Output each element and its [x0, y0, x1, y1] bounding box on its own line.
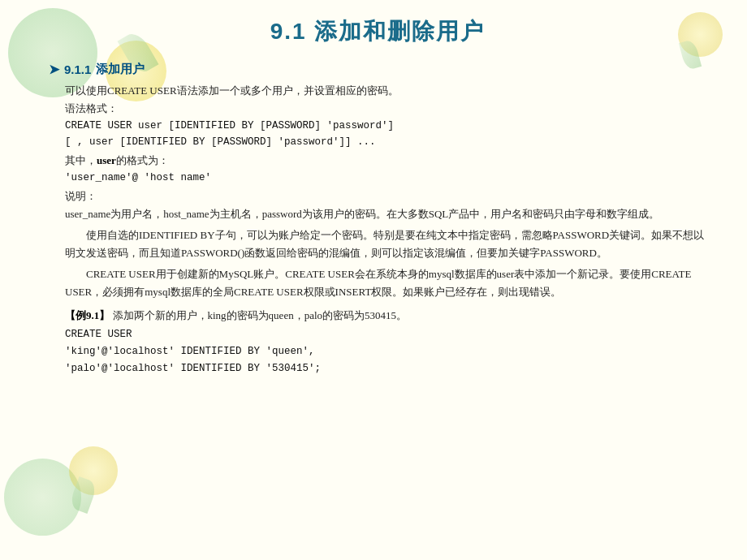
syntax-label: 语法格式： — [65, 101, 706, 116]
example-desc: 添加两个新的用户，king的密码为queen，palo的密码为530415。 — [113, 309, 408, 321]
note-label: 说明： — [65, 189, 706, 204]
syntax-line1: CREATE USER user [IDENTIFIED BY [PASSWOR… — [65, 118, 706, 134]
page-title: 9.1 添加和删除用户 — [49, 16, 706, 47]
syntax-code: CREATE USER user [IDENTIFIED BY [PASSWOR… — [65, 118, 706, 150]
section-911: ➤ 9.1.1 添加用户 可以使用CREATE USER语法添加一个或多个用户，… — [49, 62, 706, 377]
user-format-label: 其中，user的格式为： — [65, 153, 706, 168]
para1: 使用自选的IDENTIFIED BY子句，可以为账户给定一个密码。特别是要在纯文… — [65, 226, 706, 262]
note-line1: user_name为用户名，host_name为主机名，password为该用户… — [65, 205, 706, 223]
section-heading-text: 添加用户 — [96, 62, 145, 77]
intro-text: 可以使用CREATE USER语法添加一个或多个用户，并设置相应的密码。 — [65, 82, 706, 100]
user-keyword: user — [97, 154, 116, 166]
example-bracket: 【例9.1】 — [65, 309, 110, 321]
example-code-line3: 'palo'@'localhost' IDENTIFIED BY '530415… — [65, 360, 706, 377]
syntax-line2: [ , user [IDENTIFIED BY [PASSWORD] 'pass… — [65, 134, 706, 150]
arrow-icon: ➤ — [49, 62, 59, 77]
example-code-line2: 'king'@'localhost' IDENTIFIED BY 'queen'… — [65, 343, 706, 360]
para2: CREATE USER用于创建新的MySQL账户。CREATE USER会在系统… — [65, 265, 706, 301]
section-heading: ➤ 9.1.1 添加用户 — [49, 62, 706, 77]
example-label-line: 【例9.1】 添加两个新的用户，king的密码为queen，palo的密码为53… — [65, 307, 706, 325]
section-number: 9.1.1 — [64, 62, 91, 76]
example-code-line1: CREATE USER — [65, 326, 706, 343]
example-number: 9.1 — [86, 309, 99, 321]
example-code-block: CREATE USER 'king'@'localhost' IDENTIFIE… — [65, 326, 706, 378]
user-format-value: 'user_name'@ 'host name' — [65, 170, 706, 186]
